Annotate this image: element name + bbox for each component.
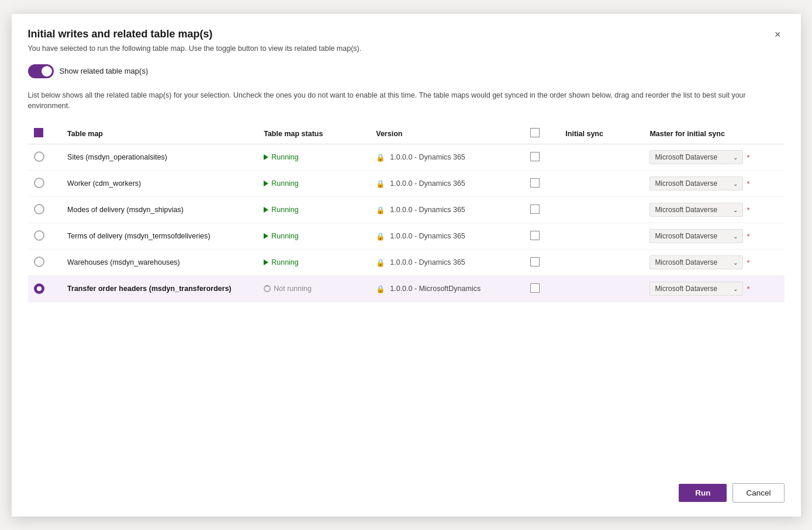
th-version: Version	[370, 123, 524, 144]
master-dropdown-container: Microsoft Dataverse ⌄ *	[649, 282, 778, 296]
dialog-subtitle: You have selected to run the following t…	[28, 44, 785, 53]
tablemap-version: 🔒1.0.0.0 - Dynamics 365	[370, 223, 524, 250]
cancel-button[interactable]: Cancel	[732, 483, 784, 503]
master-dropdown-value: Microsoft Dataverse	[655, 258, 717, 266]
tablemap-name: Terms of delivery (msdyn_termsofdeliveri…	[61, 223, 258, 250]
table-row: Terms of delivery (msdyn_termsofdeliveri…	[28, 223, 785, 250]
status-running: Running	[264, 179, 364, 188]
table-row: Warehouses (msdyn_warehouses)Running🔒1.0…	[28, 250, 785, 276]
tablemap-status: Running	[258, 250, 370, 276]
row-select-radio[interactable]	[34, 283, 44, 294]
initialsync-checkbox[interactable]	[530, 178, 540, 188]
master-cell: Microsoft Dataverse ⌄ *	[644, 276, 784, 302]
th-initialsync: Initial sync	[559, 123, 644, 144]
status-running: Running	[264, 232, 364, 240]
row-select-radio[interactable]	[34, 204, 44, 214]
row-select-radio[interactable]	[34, 178, 44, 188]
tablemap-name: Modes of delivery (msdyn_shipvias)	[61, 197, 258, 223]
lock-icon: 🔒	[376, 206, 385, 214]
play-icon	[264, 233, 268, 239]
spin-icon	[264, 285, 271, 292]
tablemap-status: Running	[258, 223, 370, 250]
initialsync-checkbox-cell	[524, 144, 559, 171]
th-initialsync-check	[524, 123, 559, 144]
th-tablemap: Table map	[61, 123, 258, 144]
master-dropdown-container: Microsoft Dataverse ⌄ *	[649, 203, 778, 217]
chevron-down-icon: ⌄	[733, 154, 738, 161]
initialsync-checkbox[interactable]	[530, 205, 540, 214]
master-dropdown[interactable]: Microsoft Dataverse ⌄	[649, 150, 743, 164]
master-cell: Microsoft Dataverse ⌄ *	[644, 223, 784, 250]
version-cell: 🔒1.0.0.0 - Dynamics 365	[376, 153, 519, 162]
toggle-row: Show related table map(s)	[28, 64, 785, 78]
tablemap-status: Not running	[258, 276, 370, 302]
master-dropdown[interactable]: Microsoft Dataverse ⌄	[649, 176, 743, 190]
status-running: Running	[264, 258, 364, 266]
master-dropdown-value: Microsoft Dataverse	[655, 179, 717, 188]
master-dropdown[interactable]: Microsoft Dataverse ⌄	[649, 255, 743, 269]
row-select-radio[interactable]	[34, 230, 44, 241]
chevron-down-icon: ⌄	[733, 286, 738, 292]
initial-sync-header-checkbox[interactable]	[530, 128, 540, 137]
master-cell: Microsoft Dataverse ⌄ *	[644, 250, 784, 276]
tablemap-version: 🔒1.0.0.0 - Dynamics 365	[370, 250, 524, 276]
initialsync-label	[559, 223, 644, 250]
initialsync-checkbox-cell	[524, 171, 559, 197]
master-dropdown-container: Microsoft Dataverse ⌄ *	[649, 229, 778, 243]
tablemap-status: Running	[258, 197, 370, 223]
initialsync-checkbox[interactable]	[530, 152, 540, 161]
required-star: *	[747, 232, 749, 241]
master-dropdown-value: Microsoft Dataverse	[655, 206, 717, 214]
required-star: *	[747, 206, 749, 214]
table-header-row: Table map Table map status Version Initi…	[28, 123, 785, 144]
initialsync-checkbox-cell	[524, 197, 559, 223]
tablemap-version: 🔒1.0.0.0 - Dynamics 365	[370, 171, 524, 197]
master-dropdown-container: Microsoft Dataverse ⌄ *	[649, 176, 778, 190]
initialsync-checkbox[interactable]	[530, 257, 540, 266]
row-select-radio[interactable]	[34, 257, 44, 267]
close-button[interactable]: ×	[771, 28, 785, 41]
required-star: *	[747, 285, 749, 293]
initialsync-label	[559, 276, 644, 302]
header-checkbox[interactable]	[34, 128, 43, 137]
tablemap-status: Running	[258, 171, 370, 197]
tablemap-version: 🔒1.0.0.0 - Dynamics 365	[370, 197, 524, 223]
initialsync-label	[559, 250, 644, 276]
version-cell: 🔒1.0.0.0 - Dynamics 365	[376, 179, 519, 188]
table-row: Transfer order headers (msdyn_transferor…	[28, 276, 785, 302]
run-button[interactable]: Run	[679, 484, 727, 502]
tablemap-status: Running	[258, 144, 370, 171]
master-dropdown-value: Microsoft Dataverse	[655, 153, 717, 161]
row-select-radio[interactable]	[34, 151, 44, 162]
table-row: Worker (cdm_workers)Running🔒1.0.0.0 - Dy…	[28, 171, 785, 197]
master-dropdown-value: Microsoft Dataverse	[655, 232, 717, 240]
lock-icon: 🔒	[376, 258, 385, 267]
th-status: Table map status	[258, 123, 370, 144]
table-container: Table map Table map status Version Initi…	[28, 123, 785, 472]
version-cell: 🔒1.0.0.0 - Dynamics 365	[376, 258, 519, 267]
master-dropdown[interactable]: Microsoft Dataverse ⌄	[649, 203, 743, 217]
version-cell: 🔒1.0.0.0 - Dynamics 365	[376, 232, 519, 241]
initialsync-label	[559, 197, 644, 223]
lock-icon: 🔒	[376, 285, 385, 293]
table: Table map Table map status Version Initi…	[28, 123, 785, 302]
initialsync-label	[559, 144, 644, 171]
show-related-toggle[interactable]	[28, 64, 54, 78]
dialog: Initial writes and related table map(s) …	[12, 14, 801, 517]
play-icon	[264, 154, 268, 160]
initialsync-checkbox[interactable]	[530, 283, 540, 293]
play-icon	[264, 181, 268, 186]
play-icon	[264, 207, 268, 213]
master-dropdown[interactable]: Microsoft Dataverse ⌄	[649, 229, 743, 243]
table-row: Sites (msdyn_operationalsites)Running🔒1.…	[28, 144, 785, 171]
status-running: Running	[264, 153, 364, 161]
master-dropdown-value: Microsoft Dataverse	[655, 285, 717, 293]
initialsync-checkbox[interactable]	[530, 231, 540, 240]
initialsync-label	[559, 171, 644, 197]
chevron-down-icon: ⌄	[733, 207, 738, 213]
required-star: *	[747, 153, 749, 162]
lock-icon: 🔒	[376, 153, 385, 162]
master-dropdown[interactable]: Microsoft Dataverse ⌄	[649, 282, 743, 296]
tablemap-name: Sites (msdyn_operationalsites)	[61, 144, 258, 171]
description-text: List below shows all the related table m…	[28, 90, 785, 112]
